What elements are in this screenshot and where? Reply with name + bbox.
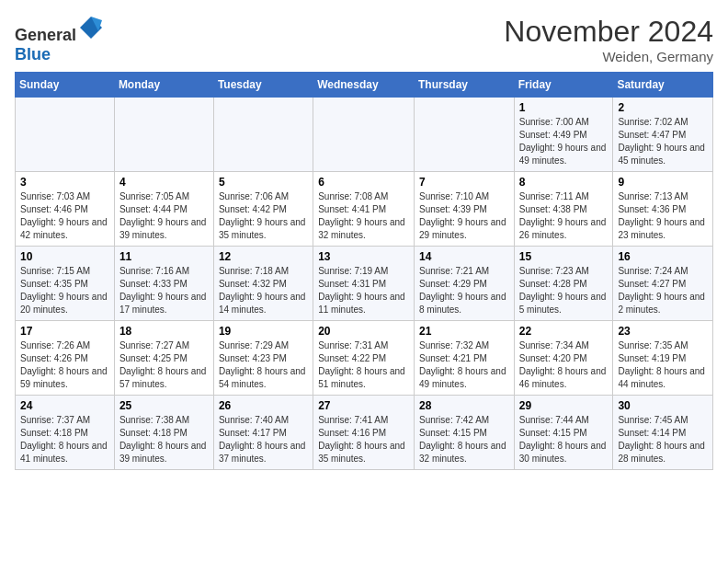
calendar-cell: 10Sunrise: 7:15 AM Sunset: 4:35 PM Dayli… bbox=[16, 247, 115, 321]
day-detail: Sunrise: 7:32 AM Sunset: 4:21 PM Dayligh… bbox=[419, 339, 509, 391]
week-row-5: 24Sunrise: 7:37 AM Sunset: 4:18 PM Dayli… bbox=[16, 396, 713, 470]
calendar-table: SundayMondayTuesdayWednesdayThursdayFrid… bbox=[15, 72, 713, 470]
day-number: 17 bbox=[20, 325, 109, 338]
day-number: 10 bbox=[20, 250, 109, 263]
day-detail: Sunrise: 7:42 AM Sunset: 4:15 PM Dayligh… bbox=[419, 414, 509, 465]
day-detail: Sunrise: 7:15 AM Sunset: 4:35 PM Dayligh… bbox=[20, 265, 109, 316]
day-number: 18 bbox=[119, 325, 209, 338]
day-number: 28 bbox=[419, 399, 509, 412]
day-detail: Sunrise: 7:41 AM Sunset: 4:16 PM Dayligh… bbox=[318, 414, 409, 465]
day-number: 1 bbox=[519, 101, 609, 114]
day-detail: Sunrise: 7:19 AM Sunset: 4:31 PM Dayligh… bbox=[318, 265, 409, 316]
calendar-cell bbox=[313, 98, 415, 172]
day-number: 7 bbox=[419, 176, 509, 189]
calendar-cell: 24Sunrise: 7:37 AM Sunset: 4:18 PM Dayli… bbox=[16, 396, 115, 470]
logo-icon bbox=[78, 15, 104, 40]
calendar-cell: 13Sunrise: 7:19 AM Sunset: 4:31 PM Dayli… bbox=[313, 247, 415, 321]
calendar-cell bbox=[213, 98, 313, 172]
day-detail: Sunrise: 7:40 AM Sunset: 4:17 PM Dayligh… bbox=[219, 414, 308, 465]
calendar-cell: 14Sunrise: 7:21 AM Sunset: 4:29 PM Dayli… bbox=[414, 247, 514, 321]
calendar-cell: 1Sunrise: 7:00 AM Sunset: 4:49 PM Daylig… bbox=[514, 98, 613, 172]
day-number: 5 bbox=[219, 176, 308, 189]
calendar-cell bbox=[16, 98, 115, 172]
day-detail: Sunrise: 7:06 AM Sunset: 4:42 PM Dayligh… bbox=[219, 190, 308, 242]
day-number: 25 bbox=[119, 399, 209, 412]
day-detail: Sunrise: 7:27 AM Sunset: 4:25 PM Dayligh… bbox=[119, 339, 209, 391]
calendar-cell: 22Sunrise: 7:34 AM Sunset: 4:20 PM Dayli… bbox=[514, 321, 613, 396]
day-number: 11 bbox=[119, 250, 209, 263]
calendar-cell: 18Sunrise: 7:27 AM Sunset: 4:25 PM Dayli… bbox=[114, 321, 213, 396]
logo-blue: Blue bbox=[15, 45, 51, 63]
week-row-2: 3Sunrise: 7:03 AM Sunset: 4:46 PM Daylig… bbox=[16, 172, 713, 247]
day-number: 20 bbox=[318, 325, 409, 338]
calendar-cell: 6Sunrise: 7:08 AM Sunset: 4:41 PM Daylig… bbox=[313, 172, 415, 247]
header-day-saturday: Saturday bbox=[613, 73, 713, 98]
day-detail: Sunrise: 7:31 AM Sunset: 4:22 PM Dayligh… bbox=[318, 339, 409, 391]
calendar-cell: 5Sunrise: 7:06 AM Sunset: 4:42 PM Daylig… bbox=[213, 172, 313, 247]
week-row-1: 1Sunrise: 7:00 AM Sunset: 4:49 PM Daylig… bbox=[16, 98, 713, 172]
header-day-monday: Monday bbox=[114, 73, 213, 98]
day-number: 26 bbox=[219, 399, 308, 412]
day-detail: Sunrise: 7:02 AM Sunset: 4:47 PM Dayligh… bbox=[618, 116, 708, 167]
logo-general: General bbox=[15, 26, 76, 44]
day-detail: Sunrise: 7:21 AM Sunset: 4:29 PM Dayligh… bbox=[419, 265, 509, 316]
calendar-cell: 8Sunrise: 7:11 AM Sunset: 4:38 PM Daylig… bbox=[514, 172, 613, 247]
calendar-cell: 7Sunrise: 7:10 AM Sunset: 4:39 PM Daylig… bbox=[414, 172, 514, 247]
title-area: November 2024 Weiden, Germany bbox=[504, 15, 713, 64]
day-number: 30 bbox=[618, 399, 708, 412]
day-detail: Sunrise: 7:10 AM Sunset: 4:39 PM Dayligh… bbox=[419, 190, 509, 242]
day-detail: Sunrise: 7:44 AM Sunset: 4:15 PM Dayligh… bbox=[519, 414, 609, 465]
calendar-cell: 19Sunrise: 7:29 AM Sunset: 4:23 PM Dayli… bbox=[213, 321, 313, 396]
day-detail: Sunrise: 7:45 AM Sunset: 4:14 PM Dayligh… bbox=[618, 414, 708, 465]
day-number: 13 bbox=[318, 250, 409, 263]
day-detail: Sunrise: 7:11 AM Sunset: 4:38 PM Dayligh… bbox=[519, 190, 609, 242]
calendar-cell: 16Sunrise: 7:24 AM Sunset: 4:27 PM Dayli… bbox=[613, 247, 713, 321]
day-number: 14 bbox=[419, 250, 509, 263]
day-number: 27 bbox=[318, 399, 409, 412]
day-number: 6 bbox=[318, 176, 409, 189]
day-detail: Sunrise: 7:23 AM Sunset: 4:28 PM Dayligh… bbox=[519, 265, 609, 316]
calendar-cell: 25Sunrise: 7:38 AM Sunset: 4:18 PM Dayli… bbox=[114, 396, 213, 470]
day-number: 15 bbox=[519, 250, 609, 263]
header-day-tuesday: Tuesday bbox=[213, 73, 313, 98]
day-detail: Sunrise: 7:03 AM Sunset: 4:46 PM Dayligh… bbox=[20, 190, 109, 242]
header-day-wednesday: Wednesday bbox=[313, 73, 415, 98]
day-number: 4 bbox=[119, 176, 209, 189]
day-number: 29 bbox=[519, 399, 609, 412]
calendar-cell: 30Sunrise: 7:45 AM Sunset: 4:14 PM Dayli… bbox=[613, 396, 713, 470]
day-detail: Sunrise: 7:13 AM Sunset: 4:36 PM Dayligh… bbox=[618, 190, 708, 242]
day-number: 2 bbox=[618, 101, 708, 114]
day-number: 22 bbox=[519, 325, 609, 338]
day-number: 9 bbox=[618, 176, 708, 189]
logo-text: General Blue bbox=[15, 15, 104, 64]
calendar-cell bbox=[414, 98, 514, 172]
day-detail: Sunrise: 7:08 AM Sunset: 4:41 PM Dayligh… bbox=[318, 190, 409, 242]
day-detail: Sunrise: 7:00 AM Sunset: 4:49 PM Dayligh… bbox=[519, 116, 609, 167]
calendar-cell: 12Sunrise: 7:18 AM Sunset: 4:32 PM Dayli… bbox=[213, 247, 313, 321]
calendar-cell: 3Sunrise: 7:03 AM Sunset: 4:46 PM Daylig… bbox=[16, 172, 115, 247]
location: Weiden, Germany bbox=[504, 49, 713, 64]
week-row-4: 17Sunrise: 7:26 AM Sunset: 4:26 PM Dayli… bbox=[16, 321, 713, 396]
day-detail: Sunrise: 7:24 AM Sunset: 4:27 PM Dayligh… bbox=[618, 265, 708, 316]
calendar-cell: 29Sunrise: 7:44 AM Sunset: 4:15 PM Dayli… bbox=[514, 396, 613, 470]
calendar-cell: 15Sunrise: 7:23 AM Sunset: 4:28 PM Dayli… bbox=[514, 247, 613, 321]
calendar-cell: 11Sunrise: 7:16 AM Sunset: 4:33 PM Dayli… bbox=[114, 247, 213, 321]
calendar-cell: 28Sunrise: 7:42 AM Sunset: 4:15 PM Dayli… bbox=[414, 396, 514, 470]
day-detail: Sunrise: 7:26 AM Sunset: 4:26 PM Dayligh… bbox=[20, 339, 109, 391]
day-number: 8 bbox=[519, 176, 609, 189]
day-number: 23 bbox=[618, 325, 708, 338]
calendar-cell bbox=[114, 98, 213, 172]
day-number: 16 bbox=[618, 250, 708, 263]
calendar-cell: 26Sunrise: 7:40 AM Sunset: 4:17 PM Dayli… bbox=[213, 396, 313, 470]
day-number: 19 bbox=[219, 325, 308, 338]
week-row-3: 10Sunrise: 7:15 AM Sunset: 4:35 PM Dayli… bbox=[16, 247, 713, 321]
calendar-header: SundayMondayTuesdayWednesdayThursdayFrid… bbox=[16, 73, 713, 98]
header-day-friday: Friday bbox=[514, 73, 613, 98]
day-detail: Sunrise: 7:29 AM Sunset: 4:23 PM Dayligh… bbox=[219, 339, 308, 391]
calendar-cell: 23Sunrise: 7:35 AM Sunset: 4:19 PM Dayli… bbox=[613, 321, 713, 396]
calendar-cell: 9Sunrise: 7:13 AM Sunset: 4:36 PM Daylig… bbox=[613, 172, 713, 247]
day-number: 21 bbox=[419, 325, 509, 338]
header-day-sunday: Sunday bbox=[16, 73, 115, 98]
day-detail: Sunrise: 7:37 AM Sunset: 4:18 PM Dayligh… bbox=[20, 414, 109, 465]
calendar-cell: 2Sunrise: 7:02 AM Sunset: 4:47 PM Daylig… bbox=[613, 98, 713, 172]
